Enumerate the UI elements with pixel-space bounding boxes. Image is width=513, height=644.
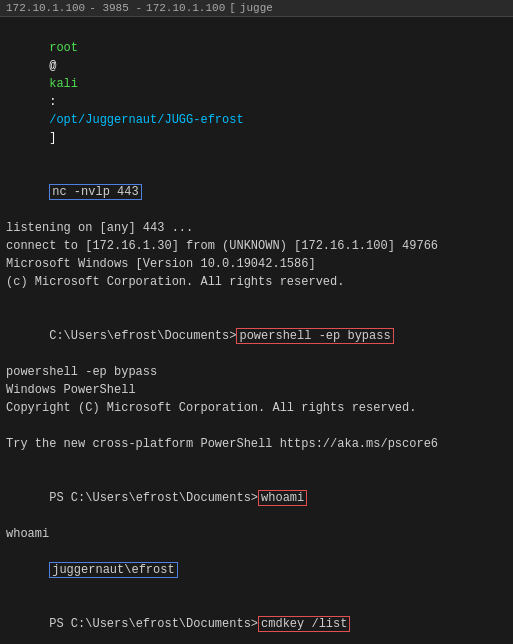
cmdkey-cmd: cmdkey /list — [258, 616, 350, 632]
ps-prompt2-line: PS C:\Users\efrost\Documents>whoami — [6, 471, 507, 525]
windows-ps-label: Windows PowerShell — [6, 381, 507, 399]
windows-version-line: Microsoft Windows [Version 10.0.19042.15… — [6, 255, 507, 273]
whoami-user: juggernaut\efrost — [49, 562, 177, 578]
connect-line: connect to [172.16.1.30] from (UNKNOWN) … — [6, 237, 507, 255]
nc-command-line: nc -nvlp 443 — [6, 165, 507, 219]
title-ip-left: 172.10.1.100 — [6, 2, 85, 14]
bracket-close: ] — [49, 131, 56, 145]
corp-line: (c) Microsoft Corporation. All rights re… — [6, 273, 507, 291]
at-symbol: @ — [49, 59, 56, 73]
nc-command: nc -nvlp 443 — [49, 184, 141, 200]
try-cross-line: Try the new cross-platform PowerShell ht… — [6, 435, 507, 453]
terminal-title-bar: 172.10.1.100 - 3985 - 172.10.1.100 [ jug… — [0, 0, 513, 17]
listening-line: listening on [any] 443 ... — [6, 219, 507, 237]
ps-prompt1-line: C:\Users\efrost\Documents>powershell -ep… — [6, 309, 507, 363]
whoami-cmd: whoami — [258, 490, 307, 506]
prompt-nc-line: root @ kali : /opt/Juggernaut/JUGG-efros… — [6, 21, 507, 165]
terminal-content: root @ kali : /opt/Juggernaut/JUGG-efros… — [0, 17, 513, 644]
ps-prompt1: C:\Users\efrost\Documents> — [49, 329, 236, 343]
ps-bypass-echo: powershell -ep bypass — [6, 363, 507, 381]
powershell-cmd: powershell -ep bypass — [236, 328, 393, 344]
host-label: kali — [49, 77, 78, 91]
title-port: - 3985 - — [89, 2, 142, 14]
ps-prompt2: PS C:\Users\efrost\Documents> — [49, 491, 258, 505]
path-label: /opt/Juggernaut/JUGG-efrost — [49, 113, 243, 127]
title-label-right: [ — [229, 2, 236, 14]
ps-copyright: Copyright (C) Microsoft Corporation. All… — [6, 399, 507, 417]
terminal-window: 172.10.1.100 - 3985 - 172.10.1.100 [ jug… — [0, 0, 513, 644]
bracket-open: : — [49, 95, 56, 109]
title-jugge: jugge — [240, 2, 273, 14]
ps-prompt3-line: PS C:\Users\efrost\Documents>cmdkey /lis… — [6, 597, 507, 644]
whoami-echo: whoami — [6, 525, 507, 543]
ps-prompt3: PS C:\Users\efrost\Documents> — [49, 617, 258, 631]
title-ip-right: 172.10.1.100 — [146, 2, 225, 14]
whoami-result: juggernaut\efrost — [6, 543, 507, 597]
root-label: root — [49, 41, 78, 55]
